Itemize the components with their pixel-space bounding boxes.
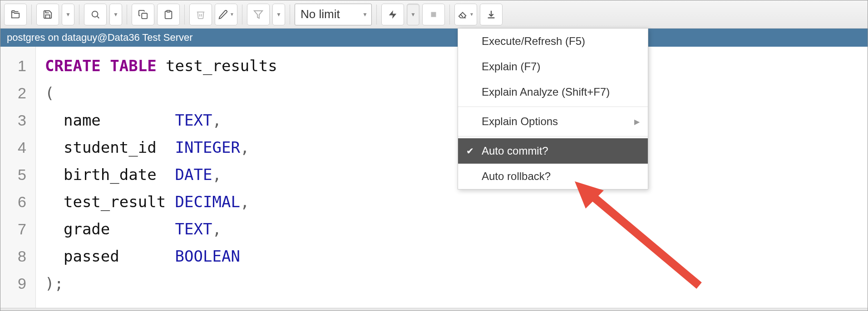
menu-item-execute[interactable]: Execute/Refresh (F5)	[458, 29, 648, 54]
svg-rect-6	[431, 12, 436, 17]
identifier: name	[45, 111, 175, 129]
punctuation: ,	[212, 111, 221, 129]
line-number: 6	[0, 188, 26, 215]
caret-down-icon: ▼	[410, 11, 416, 18]
line-number: 3	[0, 107, 26, 134]
svg-point-0	[92, 11, 98, 17]
menu-item-explain[interactable]: Explain (F7)	[458, 54, 648, 79]
identifier: test_result	[45, 193, 175, 211]
lightning-icon	[388, 10, 398, 19]
caret-down-icon: ▼	[362, 11, 368, 18]
menu-label: Auto commit?	[482, 145, 548, 157]
search-icon	[90, 10, 100, 19]
eraser-icon	[458, 10, 468, 19]
status-bar	[0, 308, 868, 311]
punctuation: ,	[212, 220, 221, 238]
code-area[interactable]: CREATE TABLE test_results ( name TEXT, s…	[36, 47, 286, 308]
connection-banner: postgres on dataguy@Data36 Test Server	[0, 29, 868, 47]
keyword: CREATE TABLE	[45, 57, 157, 75]
menu-separator	[458, 136, 648, 136]
download-icon	[486, 10, 496, 19]
identifier: passed	[45, 247, 175, 265]
identifier: grade	[45, 220, 175, 238]
line-number: 9	[0, 270, 26, 297]
row-limit-select[interactable]: No limit ▼	[295, 4, 372, 25]
chevron-right-icon: ▶	[634, 117, 640, 126]
stop-button[interactable]	[422, 4, 445, 25]
execute-dropdown-button[interactable]: ▼	[407, 4, 419, 25]
clear-button[interactable]: ▼	[454, 4, 477, 25]
save-icon	[43, 10, 53, 19]
edit-button[interactable]: ▼	[215, 4, 237, 25]
punctuation: ,	[212, 165, 221, 184]
line-number: 2	[0, 79, 26, 107]
punctuation: ,	[240, 138, 249, 156]
type: TEXT	[175, 111, 212, 129]
line-number: 4	[0, 134, 26, 161]
type: BOOLEAN	[175, 247, 240, 265]
menu-item-explain-analyze[interactable]: Explain Analyze (Shift+F7)	[458, 79, 648, 105]
separator	[242, 5, 242, 24]
menu-label: Explain (F7)	[482, 60, 540, 73]
download-button[interactable]	[480, 4, 503, 25]
punctuation: ,	[240, 193, 249, 211]
trash-icon	[196, 10, 206, 19]
save-button[interactable]	[36, 4, 59, 25]
find-button[interactable]	[84, 4, 107, 25]
find-dropdown-button[interactable]: ▼	[109, 4, 122, 25]
filter-button[interactable]	[247, 4, 270, 25]
punctuation: );	[45, 274, 64, 292]
menu-separator	[458, 107, 648, 107]
separator	[127, 5, 127, 24]
identifier: student_id	[45, 138, 175, 156]
paste-button[interactable]	[157, 4, 180, 25]
filter-icon	[253, 10, 263, 19]
line-number: 1	[0, 52, 26, 79]
caret-down-icon: ▼	[230, 12, 234, 17]
stop-icon	[429, 10, 439, 19]
separator	[184, 5, 185, 24]
caret-down-icon: ▼	[65, 11, 71, 18]
menu-item-auto-commit[interactable]: ✔ Auto commit?	[458, 138, 648, 164]
open-file-button[interactable]	[4, 4, 27, 25]
row-limit-label: No limit	[301, 7, 340, 21]
menu-label: Explain Analyze (Shift+F7)	[482, 86, 610, 98]
caret-down-icon: ▼	[276, 11, 281, 18]
type: INTEGER	[175, 138, 240, 156]
toolbar: ▼ ▼ ▼ ▼ No limit ▼ ▼ ▼	[0, 0, 868, 29]
folder-open-icon	[10, 10, 20, 19]
svg-marker-4	[254, 10, 262, 18]
identifier: birth_date	[45, 165, 175, 184]
caret-down-icon: ▼	[113, 11, 118, 18]
svg-rect-3	[167, 10, 170, 12]
menu-label: Execute/Refresh (F5)	[482, 35, 585, 47]
line-number: 8	[0, 243, 26, 270]
separator	[31, 5, 32, 24]
edit-icon	[218, 10, 228, 19]
save-dropdown-button[interactable]: ▼	[62, 4, 74, 25]
line-number: 7	[0, 215, 26, 243]
sql-editor: 1 2 3 4 5 6 7 8 9 CREATE TABLE test_resu…	[0, 47, 868, 308]
identifier: test_results	[157, 57, 277, 75]
line-number: 5	[0, 161, 26, 188]
caret-down-icon: ▼	[469, 12, 474, 17]
separator	[449, 5, 450, 24]
copy-button[interactable]	[132, 4, 154, 25]
type: DECIMAL	[175, 193, 240, 211]
punctuation: (	[45, 84, 54, 102]
svg-rect-2	[142, 13, 147, 19]
execute-dropdown-menu: Execute/Refresh (F5) Explain (F7) Explai…	[458, 28, 648, 190]
connection-label: postgres on dataguy@Data36 Test Server	[7, 32, 193, 44]
menu-label: Auto rollback?	[482, 170, 551, 182]
execute-button[interactable]	[381, 4, 404, 25]
check-icon: ✔	[466, 146, 474, 156]
separator	[290, 5, 290, 24]
menu-item-explain-options[interactable]: Explain Options ▶	[458, 109, 648, 134]
filter-dropdown-button[interactable]: ▼	[272, 4, 285, 25]
separator	[79, 5, 79, 24]
menu-label: Explain Options	[482, 115, 558, 127]
svg-marker-5	[389, 10, 397, 18]
type: TEXT	[175, 220, 212, 238]
menu-item-auto-rollback[interactable]: Auto rollback?	[458, 164, 648, 189]
delete-button[interactable]	[189, 4, 212, 25]
